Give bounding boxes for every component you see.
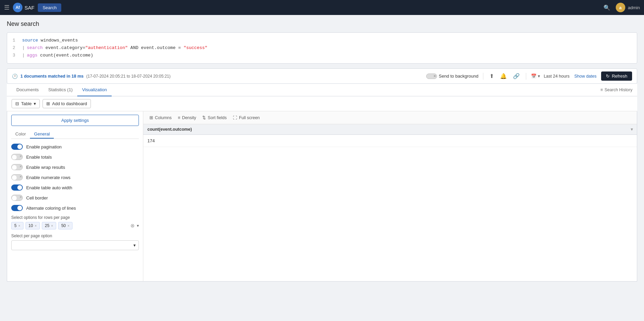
setting-row-pagination: Enable pagination xyxy=(11,144,139,150)
dashboard-icon: ⊞ xyxy=(46,101,50,106)
toggle-thumb-alt_coloring xyxy=(17,206,22,210)
send-to-background-label: Send to background xyxy=(439,74,478,79)
search-operator: AND xyxy=(128,44,141,52)
search-history-label: Search History xyxy=(605,87,632,92)
sort-fields-button[interactable]: ⇅ Sort fields xyxy=(200,114,229,121)
calendar-button[interactable]: 📅 ▾ xyxy=(531,74,540,79)
rows-per-page-label: Select options for rows per page xyxy=(11,215,139,220)
alert-button[interactable]: 🔔 xyxy=(499,72,508,80)
matched-text: 1 documents matched in 18 ms xyxy=(20,74,83,79)
toggle-thumb-totals xyxy=(12,155,17,160)
table-label: Table xyxy=(21,101,32,106)
query-line-1: 1 source windows_events xyxy=(13,37,631,44)
navbar: ☰ Af SAF Search 🔍 a admin xyxy=(0,0,644,15)
bg-toggle-switch[interactable]: ✕ xyxy=(426,74,437,79)
brand-name: SAF xyxy=(25,5,34,11)
source-keyword: source xyxy=(22,37,38,44)
setting-label-alt_coloring: Alternate coloring of lines xyxy=(26,206,76,211)
tab-statistics[interactable]: Statistics (1) xyxy=(44,84,78,96)
rows-tag-5: 5 × xyxy=(11,222,23,229)
rows-tag-50: 50 × xyxy=(58,222,73,229)
fullscreen-icon: ⛶ xyxy=(233,115,237,120)
toggle-auto_width[interactable] xyxy=(11,184,23,191)
list-icon: ≡ xyxy=(600,87,603,92)
rows-chevron-icon[interactable]: ▾ xyxy=(137,223,139,228)
table-button[interactable]: ⊟ Table ▾ xyxy=(12,99,40,108)
rows-clear-button[interactable]: ⊗ xyxy=(130,223,135,229)
calendar-icon: 📅 xyxy=(531,74,536,79)
query-editor[interactable]: 1 source windows_events 2 | search event… xyxy=(7,32,637,64)
toggle-thumb-numerate_rows xyxy=(12,175,17,180)
density-label: Density xyxy=(182,115,196,120)
time-range: (17-07-2024 20:05:21 to 18-07-2024 20:05… xyxy=(86,74,171,79)
show-dates-button[interactable]: Show dates xyxy=(573,74,598,79)
setting-row-alt_coloring: Alternate coloring of lines xyxy=(11,205,139,211)
toggle-x-cell_border: ✕ xyxy=(19,195,22,199)
rows-tag-25: 25 × xyxy=(42,222,56,229)
search-icon[interactable]: 🔍 xyxy=(603,4,610,11)
data-table: count(event.outcome) ▾ 174 xyxy=(143,124,637,147)
setting-row-cell_border: ✕Cell border xyxy=(11,195,139,201)
setting-label-numerate_rows: Enable numerate rows xyxy=(26,175,70,180)
sort-fields-label: Sort fields xyxy=(208,115,227,120)
toggle-cell_border[interactable]: ✕ xyxy=(11,195,23,201)
aggs-expression: count(event.outcome) xyxy=(37,52,93,59)
toggle-totals[interactable]: ✕ xyxy=(11,154,23,160)
density-icon: ≡ xyxy=(178,115,180,120)
settings-tab-color[interactable]: Color xyxy=(11,130,30,139)
divider-1 xyxy=(483,73,483,80)
setting-label-totals: Enable totals xyxy=(26,155,52,160)
refresh-label: Refresh xyxy=(612,74,627,79)
time-label: Last 24 hours xyxy=(544,74,569,79)
right-panel: ⊞ Columns ≡ Density ⇅ Sort fields ⛶ Full… xyxy=(143,111,637,281)
toggle-numerate_rows[interactable]: ✕ xyxy=(11,174,23,180)
toggle-pagination[interactable] xyxy=(11,144,23,150)
search-history-button[interactable]: ≡ Search History xyxy=(600,85,632,95)
add-dashboard-button[interactable]: ⊞ Add to dashboard xyxy=(43,99,91,108)
right-toolbar: ⊞ Columns ≡ Density ⇅ Sort fields ⛶ Full… xyxy=(143,111,637,124)
toggle-x-totals: ✕ xyxy=(19,155,22,158)
search-eq: = xyxy=(176,44,183,52)
tab-documents[interactable]: Documents xyxy=(12,84,44,96)
username-label: admin xyxy=(628,5,640,10)
columns-button[interactable]: ⊞ Columns xyxy=(147,114,174,121)
table-header-count: count(event.outcome) ▾ xyxy=(143,124,637,135)
search-nav-button[interactable]: Search xyxy=(38,3,61,12)
settings-tab-general[interactable]: General xyxy=(30,130,54,139)
per-page-section: Select per page option ▾ xyxy=(11,234,139,250)
calendar-chevron: ▾ xyxy=(538,74,540,79)
query-line-3: 3 | aggs count(event.outcome) xyxy=(13,52,631,59)
link-button[interactable]: 🔗 xyxy=(512,72,521,80)
rows-tag-10: 10 × xyxy=(26,222,40,229)
results-bar: 🕐 1 documents matched in 18 ms (17-07-20… xyxy=(7,68,637,84)
results-actions: ✕ Send to background ⬆ 🔔 🔗 📅 ▾ Last 24 h… xyxy=(426,71,632,81)
table-cell-value: 174 xyxy=(143,135,637,147)
col-expand-chevron[interactable]: ▾ xyxy=(631,127,633,132)
divider-2 xyxy=(526,73,526,80)
logo: Af SAF xyxy=(13,3,34,12)
line-num-3: 3 xyxy=(13,52,19,59)
toggle-alt_coloring[interactable] xyxy=(11,205,23,211)
density-button[interactable]: ≡ Density xyxy=(176,114,198,121)
apply-settings-button[interactable]: Apply settings xyxy=(11,115,139,126)
bg-toggle-group: ✕ Send to background xyxy=(426,74,478,79)
col-expand: count(event.outcome) ▾ xyxy=(147,127,633,132)
search-field: event.category= xyxy=(43,44,85,52)
rows-options-row: 5 × 10 × 25 × 50 × ⊗ ▾ xyxy=(11,222,139,229)
columns-icon: ⊞ xyxy=(149,115,153,120)
line-num-2: 2 xyxy=(13,44,19,52)
table-chevron-icon: ▾ xyxy=(34,101,36,106)
toggle-thumb-pagination xyxy=(17,144,22,149)
toggle-wrap_results[interactable]: ✕ xyxy=(11,164,23,170)
share-button[interactable]: ⬆ xyxy=(488,72,495,80)
full-screen-button[interactable]: ⛶ Full screen xyxy=(231,114,262,121)
per-page-chevron-icon: ▾ xyxy=(133,243,136,248)
menu-icon[interactable]: ☰ xyxy=(4,4,10,11)
table-icon: ⊟ xyxy=(15,101,19,106)
pipe-3: | xyxy=(22,52,25,59)
toggle-thumb-wrap_results xyxy=(12,165,17,170)
refresh-button[interactable]: ↻ Refresh xyxy=(601,71,632,81)
table-body: 174 xyxy=(143,135,637,147)
tab-visualization[interactable]: Visualization xyxy=(77,84,112,96)
per-page-select[interactable]: ▾ xyxy=(11,240,139,250)
